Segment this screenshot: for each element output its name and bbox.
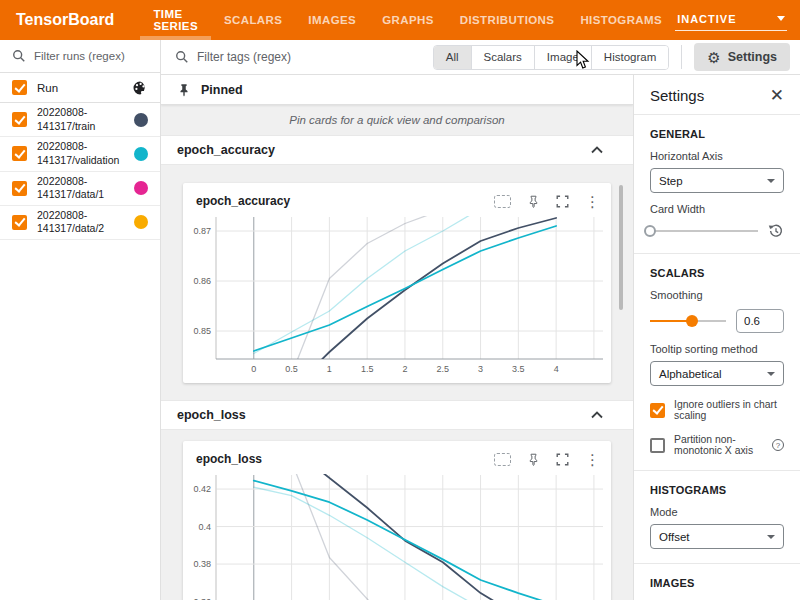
chevron-up-icon[interactable]: [591, 411, 603, 419]
run-row-validation[interactable]: 20220808-141317/validation: [0, 137, 160, 171]
run-color-dot[interactable]: [134, 215, 148, 229]
settings-button[interactable]: ⚙ Settings: [694, 43, 790, 71]
section-header-epoch-accuracy[interactable]: epoch_accuracy: [161, 135, 633, 165]
filter-histogram-button[interactable]: Histogram: [592, 46, 668, 69]
app-header: TensorBoard TIME SERIES SCALARS IMAGES G…: [0, 0, 800, 40]
status-label: INACTIVE: [677, 13, 736, 25]
tooltip-sorting-select[interactable]: Alphabetical: [650, 361, 784, 386]
partition-x-axis-row[interactable]: Partition non-monotonic X axis ?: [650, 434, 784, 456]
runs-filter-input[interactable]: [34, 50, 144, 62]
ignore-outliers-checkbox[interactable]: [650, 403, 665, 418]
filter-scalars-button[interactable]: Scalars: [472, 46, 535, 69]
tags-filter-input[interactable]: [197, 50, 347, 64]
run-checkbox[interactable]: [12, 181, 27, 196]
header-actions: INACTIVE ⚙ ?: [675, 0, 800, 40]
run-name: 20220808-141317/data/2: [37, 209, 121, 236]
run-checkbox[interactable]: [12, 215, 27, 230]
pin-outline-icon[interactable]: [527, 195, 540, 208]
tab-images[interactable]: IMAGES: [295, 0, 369, 40]
scalar-card-epoch-loss: epoch_loss: [183, 441, 611, 600]
svg-text:3.5: 3.5: [512, 364, 525, 374]
scalar-card-epoch-accuracy: epoch_accuracy: [183, 183, 611, 383]
ignore-outliers-row[interactable]: Ignore outliers in chart scaling: [650, 399, 784, 421]
svg-text:0.86: 0.86: [193, 276, 211, 286]
tab-graphs[interactable]: GRAPHS: [369, 0, 447, 40]
svg-text:0.5: 0.5: [285, 364, 298, 374]
smoothing-label: Smoothing: [650, 289, 784, 301]
card-width-label: Card Width: [650, 203, 784, 215]
reset-icon[interactable]: [768, 223, 784, 239]
epoch-loss-chart[interactable]: 0.420.40.380.3600.511.522.533.54: [183, 471, 607, 600]
svg-text:0.38: 0.38: [193, 559, 211, 569]
images-heading: IMAGES: [650, 577, 784, 589]
svg-text:0.4: 0.4: [198, 522, 211, 532]
tab-histograms[interactable]: HISTOGRAMS: [567, 0, 675, 40]
run-color-dot[interactable]: [134, 181, 148, 195]
run-checkbox[interactable]: [12, 112, 27, 127]
vertical-scrollbar[interactable]: [619, 185, 623, 310]
tab-time-series[interactable]: TIME SERIES: [140, 0, 211, 40]
select-all-runs-checkbox[interactable]: [12, 80, 27, 95]
runs-column-label: Run: [37, 82, 58, 94]
svg-text:4: 4: [554, 364, 559, 374]
histogram-mode-label: Mode: [650, 506, 784, 518]
partition-x-axis-checkbox[interactable]: [650, 438, 665, 453]
run-name: 20220808-141317/train: [37, 106, 121, 133]
svg-text:0.42: 0.42: [193, 484, 211, 494]
tags-toolbar: All Scalars Image Histogram ⚙ Settings: [161, 40, 800, 75]
svg-text:2: 2: [402, 364, 407, 374]
status-dropdown[interactable]: INACTIVE: [675, 10, 787, 31]
pinned-title: Pinned: [201, 83, 243, 97]
card-width-slider[interactable]: [650, 224, 758, 238]
runs-sidebar: Run 20220808-141317/train 20220808-14131…: [0, 40, 161, 600]
fullscreen-icon[interactable]: [556, 453, 569, 466]
svg-text:0.36: 0.36: [193, 597, 211, 600]
more-options-icon[interactable]: ⋮: [585, 194, 600, 209]
horizontal-axis-label: Horizontal Axis: [650, 150, 784, 162]
search-icon: [175, 50, 189, 64]
smoothing-slider[interactable]: [650, 314, 726, 328]
chevron-up-icon[interactable]: [591, 146, 603, 154]
epoch-accuracy-chart[interactable]: 0.850.860.8700.511.522.533.54: [183, 213, 607, 375]
settings-panel: Settings ✕ GENERAL Horizontal Axis Step …: [633, 75, 800, 600]
help-icon[interactable]: ?: [772, 439, 784, 451]
run-checkbox[interactable]: [12, 146, 27, 161]
svg-text:3: 3: [478, 364, 483, 374]
chevron-down-icon: [767, 179, 775, 183]
tab-distributions[interactable]: DISTRIBUTIONS: [447, 0, 568, 40]
runs-column-header: Run: [0, 73, 160, 103]
run-color-dot[interactable]: [134, 113, 148, 127]
tab-scalars[interactable]: SCALARS: [211, 0, 295, 40]
svg-text:0: 0: [251, 364, 256, 374]
horizontal-axis-select[interactable]: Step: [650, 168, 784, 193]
histogram-mode-select[interactable]: Offset: [650, 524, 784, 549]
run-color-dot[interactable]: [134, 147, 148, 161]
tag-type-filter-group: All Scalars Image Histogram: [433, 45, 670, 70]
filter-image-button[interactable]: Image: [535, 46, 592, 69]
run-row-data-2[interactable]: 20220808-141317/data/2: [0, 206, 160, 240]
search-icon: [12, 49, 26, 63]
pin-outline-icon[interactable]: [527, 453, 540, 466]
smoothing-value-input[interactable]: [736, 309, 784, 333]
svg-text:1.5: 1.5: [361, 364, 374, 374]
section-header-epoch-loss[interactable]: epoch_loss: [161, 400, 633, 430]
scalars-heading: SCALARS: [650, 267, 784, 279]
fullscreen-icon[interactable]: [556, 195, 569, 208]
settings-panel-title: Settings: [650, 87, 704, 104]
nav-tabs: TIME SERIES SCALARS IMAGES GRAPHS DISTRI…: [140, 0, 675, 40]
filter-all-button[interactable]: All: [434, 46, 472, 69]
cards-scroll-area: Pinned Pin cards for a quick view and co…: [161, 75, 633, 600]
fit-to-data-icon[interactable]: [494, 195, 511, 208]
svg-text:1: 1: [327, 364, 332, 374]
pinned-section-header[interactable]: Pinned: [161, 75, 633, 105]
run-row-train[interactable]: 20220808-141317/train: [0, 103, 160, 137]
run-row-data-1[interactable]: 20220808-141317/data/1: [0, 172, 160, 206]
palette-icon[interactable]: [132, 80, 148, 96]
run-name: 20220808-141317/data/1: [37, 175, 121, 202]
close-icon[interactable]: ✕: [770, 87, 784, 104]
fit-to-data-icon[interactable]: [494, 453, 511, 466]
card-title: epoch_accuracy: [196, 194, 290, 208]
run-name: 20220808-141317/validation: [37, 140, 121, 167]
tooltip-sorting-label: Tooltip sorting method: [650, 343, 784, 355]
more-options-icon[interactable]: ⋮: [585, 452, 600, 467]
